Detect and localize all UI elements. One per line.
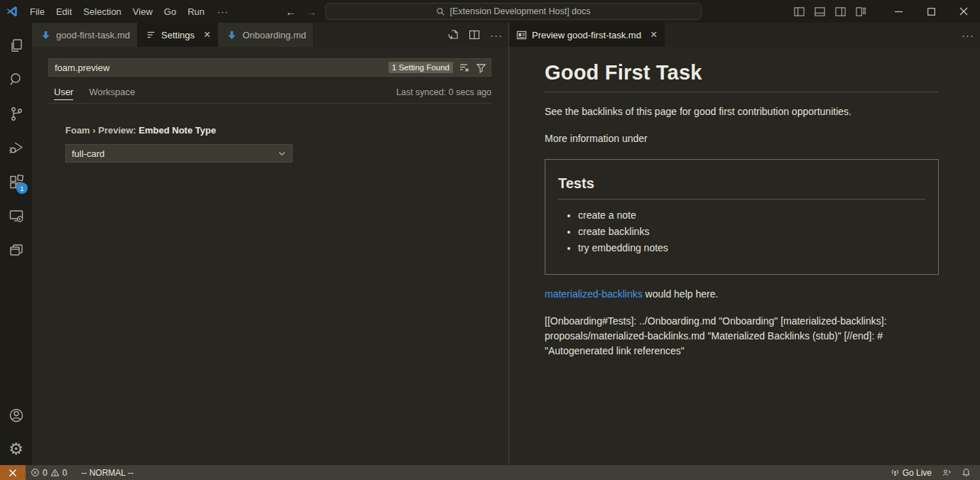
notifications-bell-button[interactable] — [957, 465, 976, 480]
preview-paragraph: See the backlinks of this page for good … — [545, 104, 939, 119]
go-live-button[interactable]: Go Live — [886, 465, 937, 480]
tab-label: Preview good-first-task.md — [532, 30, 641, 40]
minimize-button[interactable] — [882, 0, 915, 23]
maximize-button[interactable] — [915, 0, 947, 23]
materialized-backlinks-link[interactable]: materialized-backlinks — [545, 288, 643, 300]
menu-run[interactable]: Run — [182, 4, 210, 20]
list-item: create a note — [578, 209, 925, 221]
activity-bar: 1 ⚙ — [0, 23, 32, 465]
setting-row-embed-note-type: Foam › Preview: Embed Note Type full-car… — [65, 125, 491, 163]
setting-category: Foam › Preview: — [65, 125, 138, 136]
manage-gear-icon[interactable]: ⚙ — [0, 432, 32, 465]
windows-panel-icon[interactable] — [0, 233, 32, 267]
editor-group-left: good-first-task.md Settings × Onboardi — [32, 23, 508, 465]
left-tab-strip: good-first-task.md Settings × Onboardi — [32, 23, 508, 47]
search-view-icon[interactable] — [0, 62, 32, 97]
markdown-preview-icon — [516, 30, 527, 40]
split-editor-icon[interactable] — [469, 29, 480, 40]
broadcast-icon — [891, 468, 900, 477]
embedded-note-card: Tests create a note create backlinks try… — [545, 159, 939, 275]
markdown-preview: Good First Task See the backlinks of thi… — [509, 47, 980, 465]
live-share-icon — [942, 468, 952, 477]
menu-go[interactable]: Go — [158, 4, 182, 20]
remote-explorer-icon[interactable] — [0, 199, 32, 233]
link-suffix-text: would help here. — [643, 288, 719, 300]
vim-mode-indicator[interactable]: -- NORMAL -- — [76, 465, 138, 480]
chevron-down-icon — [278, 149, 286, 158]
warning-icon — [50, 468, 60, 477]
close-window-button[interactable] — [947, 0, 980, 23]
problems-indicator[interactable]: 0 0 — [26, 465, 72, 480]
navigate-forward-icon[interactable]: → — [306, 6, 317, 18]
tab-label: good-first-task.md — [56, 30, 130, 40]
toggle-secondary-sidebar-icon[interactable] — [835, 6, 846, 17]
tab-onboarding[interactable]: Onboarding.md — [218, 23, 314, 47]
markdown-file-icon — [227, 30, 237, 40]
remote-icon — [9, 469, 17, 477]
explorer-icon[interactable] — [0, 28, 32, 62]
right-tab-strip: Preview good-first-task.md × ··· — [509, 23, 980, 47]
vscode-logo-icon — [0, 5, 24, 18]
markdown-file-icon — [40, 30, 51, 40]
source-control-icon[interactable] — [0, 97, 32, 131]
toggle-sidebar-icon[interactable] — [794, 6, 805, 17]
more-actions-icon[interactable]: ··· — [962, 29, 974, 41]
open-settings-json-icon[interactable] — [447, 29, 459, 40]
close-tab-icon[interactable]: × — [204, 29, 210, 40]
settings-search-input[interactable] — [55, 62, 388, 73]
scope-tab-workspace[interactable]: Workspace — [89, 87, 135, 97]
tab-label: Onboarding.md — [242, 30, 306, 40]
customize-layout-icon[interactable] — [856, 6, 866, 17]
command-center-label: [Extension Development Host] docs — [450, 6, 590, 16]
search-icon — [436, 7, 445, 16]
settings-editor: 1 Setting Found — [32, 47, 508, 465]
title-bar: File Edit Selection View Go Run ··· ← → … — [0, 0, 980, 23]
tab-preview-good-first-task[interactable]: Preview good-first-task.md × — [509, 23, 665, 47]
link-references-text: [[Onboarding#Tests]: ../Onboarding.md "O… — [545, 314, 915, 359]
list-item: try embedding notes — [578, 242, 925, 253]
more-actions-icon[interactable]: ··· — [490, 29, 503, 41]
status-bar: 0 0 -- NORMAL -- Go Live — [0, 465, 980, 480]
editor-group-right: Preview good-first-task.md × ··· Good Fi… — [508, 23, 980, 465]
filter-icon[interactable] — [476, 62, 486, 73]
setting-name: Embed Note Type — [138, 125, 216, 136]
command-center-search[interactable]: [Extension Development Host] docs — [325, 3, 702, 20]
settings-result-count-badge: 1 Setting Found — [388, 62, 453, 73]
settings-search-box[interactable]: 1 Setting Found — [48, 58, 491, 77]
menu-file[interactable]: File — [24, 4, 50, 20]
warning-count: 0 — [62, 468, 67, 478]
menu-selection[interactable]: Selection — [77, 4, 126, 20]
live-share-button[interactable] — [937, 465, 957, 480]
scope-tab-user[interactable]: User — [54, 87, 73, 100]
last-synced-label: Last synced: 0 secs ago — [396, 87, 491, 97]
settings-editor-icon — [146, 30, 156, 40]
embed-note-type-select[interactable]: full-card — [65, 144, 293, 163]
tab-good-first-task[interactable]: good-first-task.md — [32, 23, 138, 47]
embedded-note-title: Tests — [558, 175, 925, 200]
tab-label: Settings — [161, 30, 195, 40]
select-value: full-card — [72, 148, 104, 159]
bell-icon — [962, 468, 971, 477]
menu-edit[interactable]: Edit — [50, 4, 77, 20]
error-icon — [31, 468, 40, 477]
close-tab-icon[interactable]: × — [650, 29, 657, 40]
embedded-note-list: create a note create backlinks try embed… — [558, 209, 925, 253]
run-debug-icon[interactable] — [0, 131, 32, 165]
go-live-label: Go Live — [903, 468, 932, 478]
menu-view[interactable]: View — [127, 4, 158, 20]
account-icon[interactable] — [0, 398, 32, 432]
preview-title: Good First Task — [545, 61, 939, 92]
settings-scope-row: User Workspace Last synced: 0 secs ago — [48, 87, 491, 104]
error-count: 0 — [43, 468, 48, 478]
navigate-back-icon[interactable]: ← — [285, 6, 296, 18]
extensions-icon[interactable]: 1 — [0, 165, 32, 199]
toggle-panel-icon[interactable] — [815, 6, 825, 17]
clear-search-results-icon[interactable] — [459, 62, 470, 73]
menu-overflow-button[interactable]: ··· — [210, 4, 236, 20]
remote-indicator[interactable] — [0, 465, 26, 480]
tab-settings[interactable]: Settings × — [138, 23, 218, 47]
preview-paragraph: More information under — [545, 131, 939, 146]
list-item: create backlinks — [578, 226, 925, 237]
extensions-badge: 1 — [16, 182, 28, 194]
